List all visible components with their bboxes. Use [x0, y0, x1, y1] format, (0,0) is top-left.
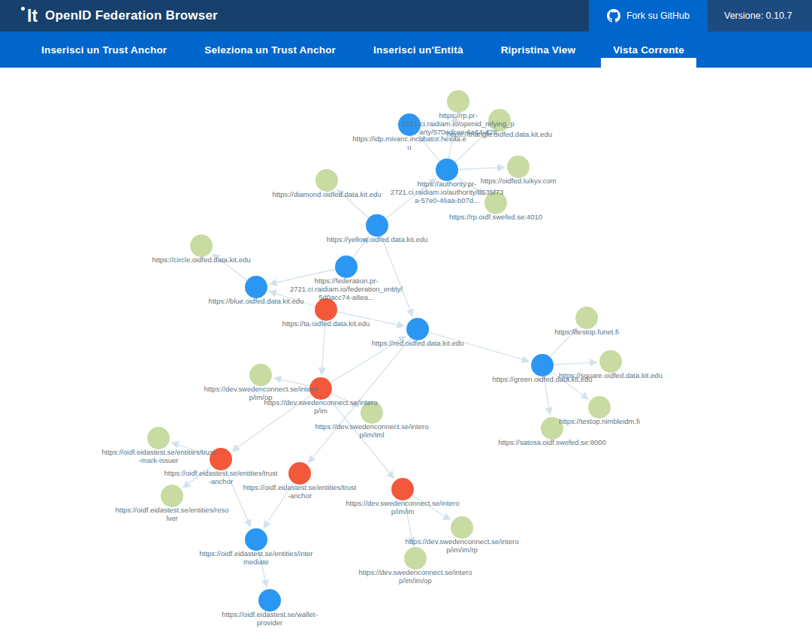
graph-node-green[interactable] [531, 354, 554, 376]
graph-node-funet[interactable] [575, 307, 598, 329]
graph-node-label-square: https://square.oidfed.data.kit.edu [554, 371, 668, 379]
graph-node-label-resolver: https://oidf.eidastest.se/entities/resol… [115, 506, 229, 522]
graph-node-label-im: https://dev.swedenconnect.se/interop/im [264, 398, 378, 415]
header-spacer [218, 0, 589, 32]
graph-node-authority[interactable] [436, 159, 458, 181]
graph-node-label-intermediate: https://oidf.eidastest.se/entities/inter… [199, 549, 313, 566]
tab-inserisci-trust-anchor[interactable]: Inserisci un Trust Anchor [41, 32, 167, 68]
graph-node-ta2[interactable] [288, 462, 311, 485]
graph-node-nimbleidm[interactable] [588, 396, 611, 419]
graph-node-label-ta: https://ta.oidfed.data.kit.edu [269, 319, 383, 328]
graph-node-label-wallet: https://oidf.eidastest.se/wallet-provide… [213, 610, 327, 627]
graph-node-circle[interactable] [190, 234, 213, 257]
graph-canvas[interactable] [0, 68, 812, 644]
graph-node-label-im_im_rp: https://dev.swedenconnect.se/interop/im/… [405, 537, 519, 554]
graph-node-label-luikyv: https://oidfed.luikyv.com [461, 177, 575, 185]
graph-node-federation[interactable] [335, 255, 358, 278]
brand: It OpenID Federation Browser [0, 0, 218, 32]
graph-node-label-circle: https://circle.oidfed.data.kit.edu [144, 255, 258, 264]
graph-node-blue[interactable] [245, 276, 267, 298]
graph-node-label-federation: https://federation.pr-2721.ci.raidiam.io… [289, 277, 403, 302]
graph-node-label-funet: https://testop.funet.fi [530, 328, 644, 336]
main-navbar: Inserisci un Trust Anchor Seleziona un T… [0, 32, 812, 68]
graph-node-resolver[interactable] [161, 485, 183, 507]
graph-node-tmi[interactable] [147, 427, 170, 449]
edge-layer [172, 116, 596, 587]
tab-seleziona-trust-anchor[interactable]: Seleziona un Trust Anchor [204, 32, 336, 68]
graph-node-im_im[interactable] [391, 478, 414, 500]
graph-node-label-diamond: https://diamond.oidfed.data.kit.edu [270, 190, 384, 198]
graph-node-yellow[interactable] [366, 214, 388, 237]
app-window: It OpenID Federation Browser Fork su Git… [0, 0, 812, 644]
version-label: Versione: 0.10.7 [724, 11, 792, 21]
node-layer [147, 90, 622, 612]
federation-graph[interactable]: https://rp.pr-2721.ci.raidiam.io/openid_… [0, 68, 812, 644]
graph-node-im_op[interactable] [249, 364, 272, 386]
top-header: It OpenID Federation Browser Fork su Git… [0, 0, 812, 32]
graph-node-label-nimbleidm: https://testop.nimbleidm.fi [542, 417, 657, 425]
graph-node-label-im_tml: https://dev.swedenconnect.se/interop/im/… [315, 422, 429, 439]
fork-github-label: Fork su GitHub [626, 11, 690, 21]
graph-node-im_im_rp[interactable] [451, 516, 473, 539]
app-title: OpenID Federation Browser [45, 8, 218, 23]
graph-node-intermediate[interactable] [245, 528, 267, 551]
version-badge: Versione: 0.10.7 [708, 0, 812, 32]
graph-node-label-red: https://red.oidfed.data.kit.edu [361, 339, 475, 347]
graph-node-label-ta2: https://oidf.eidastest.se/entities/trust… [243, 483, 357, 500]
graph-node-label-im_im: https://dev.swedenconnect.se/interop/im/… [346, 499, 460, 516]
graph-node-square[interactable] [599, 350, 622, 373]
tab-ripristina-view[interactable]: Ripristina View [501, 32, 576, 68]
tab-inserisci-entita[interactable]: Inserisci un'Entità [373, 32, 463, 68]
graph-node-label-im_im_op: https://dev.swedenconnect.se/interop/im/… [358, 568, 472, 585]
graph-node-wallet[interactable] [258, 589, 281, 612]
graph-node-luikyv[interactable] [507, 156, 530, 178]
graph-node-red[interactable] [406, 318, 429, 340]
graph-node-diamond[interactable] [315, 169, 338, 192]
graph-node-label-satosa: https://satosa.oidf.swefed.se:8000 [495, 438, 609, 446]
tab-vista-corrente[interactable]: Vista Corrente [613, 32, 684, 68]
graph-node-rp_pr[interactable] [447, 90, 469, 113]
graph-node-label-triangle: https://triangle.oidfed.data.kit.edu [442, 130, 557, 138]
graph-node-label-yellow: https://yellow.oidfed.data.kit.edu [320, 235, 434, 243]
graph-node-label-swefed_rp: https://rp.oidf.swefed.se:4010 [439, 213, 553, 221]
it-logo-icon: It [23, 6, 38, 26]
graph-node-label-tmi: https://oidf.eidastest.se/entities/trust… [101, 448, 216, 464]
fork-github-button[interactable]: Fork su GitHub [589, 0, 708, 32]
github-icon [607, 9, 620, 23]
